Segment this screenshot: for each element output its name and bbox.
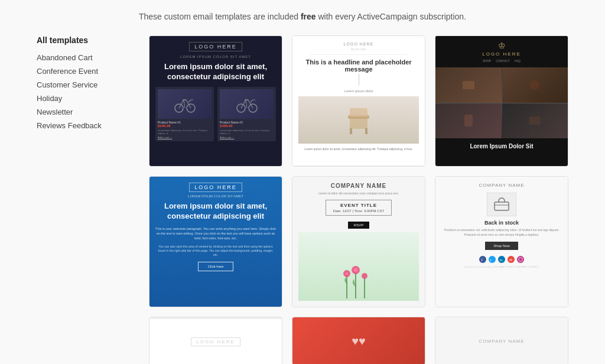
template-preview-4: LOGO HERE LOREM IPSUM COLOR SIT AMET Lor… xyxy=(149,177,282,307)
tpl-6-content: COMPANY NAME Back in stock Tincidunt ut … xyxy=(435,177,568,307)
tpl-2-content: LOGO HERE By our logo This is a headline… xyxy=(292,36,425,166)
tpl2-divider xyxy=(310,54,406,55)
sidebar-item-newsletter[interactable]: Newsletter xyxy=(37,105,131,119)
tpl-4-content: LOGO HERE LOREM IPSUM COLOR SIT AMET Lor… xyxy=(149,177,282,307)
sidebar-item-customer-service[interactable]: Customer Service xyxy=(37,78,131,92)
tpl3-cell2 xyxy=(502,67,568,103)
tpl6-social-row: f t in ✉ xyxy=(479,256,524,263)
header-description: These custom email templates are include… xyxy=(139,12,466,21)
tpl-1-content: LOGO HERE LOREM IPSUM COLOR SIT AMET Lor… xyxy=(149,36,282,166)
tpl4-headline: Lorem ipsum dolor sit amet, consectetur … xyxy=(155,202,276,222)
template-card-newsletter-blue[interactable]: LOGO HERE LOREM IPSUM COLOR SIT AMET Lor… xyxy=(149,176,282,307)
tpl2-logo: LOGO HERE xyxy=(344,42,374,46)
tpl6-shop-button[interactable]: Shop Now xyxy=(485,242,518,250)
tpl3-fashion-img xyxy=(435,67,568,138)
svg-text:in: in xyxy=(500,258,503,262)
svg-text:f: f xyxy=(482,258,483,262)
tpl3-nav-contact: CONTACT xyxy=(496,59,510,63)
svg-rect-9 xyxy=(463,81,474,89)
svg-rect-8 xyxy=(365,128,367,134)
tpl2-chair-img xyxy=(298,96,419,144)
bottom3-company: COMPANY NAME xyxy=(479,339,524,344)
template-card-bottom-2[interactable]: ♥♥ xyxy=(292,317,425,364)
tpl5-rsvp-button[interactable]: RSVP xyxy=(348,222,369,229)
tpl1-product2: Product Name #2 $399.99 consectetur adip… xyxy=(217,87,276,141)
svg-rect-29 xyxy=(519,258,522,261)
template-preview-bottom-1: LOGO HERE xyxy=(149,317,282,364)
template-card-abandoned-cart[interactable]: LOGO HERE LOREM IPSUM COLOR SIT AMET Lor… xyxy=(149,35,282,167)
sidebar-item-conference-event[interactable]: Conference Event xyxy=(37,64,131,78)
svg-rect-11 xyxy=(464,115,473,126)
bottom1-logo: LOGO HERE xyxy=(191,337,240,346)
linkedin-icon: in xyxy=(498,256,505,263)
tpl4-logo: LOGO HERE xyxy=(189,183,242,192)
template-preview-bottom-3: COMPANY NAME xyxy=(435,317,568,364)
tpl5-company: COMPANY NAME xyxy=(331,183,386,189)
sidebar-item-reviews-feedback[interactable]: Reviews Feedback xyxy=(37,119,131,132)
tpl5-event-box: EVENT TITLE Date: 12/27 | Time: 3:00PM C… xyxy=(326,200,392,216)
tpl3-cell4 xyxy=(502,103,568,139)
shopping-bag-icon xyxy=(493,197,510,212)
tpl3-nav: SHOP CONTACT FAQ xyxy=(483,59,521,63)
tpl1-bike1-img xyxy=(158,89,212,119)
svg-point-18 xyxy=(346,272,348,275)
tpl3-nav-faq: FAQ xyxy=(515,59,521,63)
tpl3-brand-icon: ♔ xyxy=(498,41,506,50)
instagram-icon xyxy=(517,256,524,263)
tpl3-nav-shop: SHOP xyxy=(483,59,491,63)
template-card-bottom-1[interactable]: LOGO HERE xyxy=(149,317,282,364)
tpl2-headline: This is a headline and placeholder messa… xyxy=(298,58,419,73)
svg-text:✉: ✉ xyxy=(509,258,512,262)
sidebar-item-abandoned-cart[interactable]: Abandoned Cart xyxy=(37,51,131,64)
template-card-newsletter[interactable]: LOGO HERE By our logo This is a headline… xyxy=(292,35,425,167)
template-card-back-in-stock[interactable]: COMPANY NAME Back in stock Tincidunt ut … xyxy=(435,176,568,307)
templates-grid: LOGO HERE LOREM IPSUM COLOR SIT AMET Lor… xyxy=(149,35,568,364)
tpl1-product2-price: $399.99 xyxy=(220,124,274,128)
template-preview-3: ♔ LOGO HERE SHOP CONTACT FAQ xyxy=(435,36,568,166)
tpl4-cta-button[interactable]: Click here xyxy=(198,262,234,271)
tpl-3-content: ♔ LOGO HERE SHOP CONTACT FAQ xyxy=(435,36,568,166)
email-icon: ✉ xyxy=(508,256,515,263)
template-preview-2: LOGO HERE By our logo This is a headline… xyxy=(292,36,425,166)
sidebar: All templates Abandoned Cart Conference … xyxy=(37,35,131,364)
tpl1-product1: Product Name #1 $299.99 consectetur adip… xyxy=(155,87,214,141)
template-preview-1: LOGO HERE LOREM IPSUM COLOR SIT AMET Lor… xyxy=(149,36,282,166)
tpl6-product-icon xyxy=(487,193,516,216)
page-wrapper: These custom email templates are include… xyxy=(0,0,605,364)
tpl2-tagline: By our logo xyxy=(351,47,366,51)
tpl1-product2-desc: consectetur adipiscing, d mus ac sem. Tr… xyxy=(220,129,274,135)
tpl1-add2-btn[interactable]: Add to cart → xyxy=(220,136,274,139)
tpl4-sub: LOREM IPSUM COLOR SIT AMET xyxy=(188,194,243,198)
tpl-bottom-1-content: LOGO HERE xyxy=(149,317,282,364)
svg-point-23 xyxy=(363,274,366,278)
bottom2-icon: ♥♥ xyxy=(352,334,366,348)
svg-point-21 xyxy=(354,268,357,272)
svg-text:t: t xyxy=(490,258,492,262)
template-card-fashion[interactable]: ♔ LOGO HERE SHOP CONTACT FAQ xyxy=(435,35,568,167)
svg-rect-6 xyxy=(350,108,367,117)
tpl1-product1-price: $299.99 xyxy=(158,124,212,128)
tpl5-event-title: EVENT TITLE xyxy=(333,203,385,208)
template-preview-5: COMPANY NAME Lorem sit dolor elit consec… xyxy=(292,177,425,307)
tpl6-company: COMPANY NAME xyxy=(479,183,524,188)
tpl3-cell1 xyxy=(435,67,502,103)
sidebar-item-holiday[interactable]: Holiday xyxy=(37,92,131,105)
sidebar-title: All templates xyxy=(37,35,131,45)
tpl3-caption: Lorem Ipsum Dolor Sit xyxy=(465,138,538,154)
tpl-5-content: COMPANY NAME Lorem sit dolor elit consec… xyxy=(292,177,425,307)
template-card-conference[interactable]: COMPANY NAME Lorem sit dolor elit consec… xyxy=(292,176,425,307)
facebook-icon: f xyxy=(479,256,486,263)
tpl2-divider2 xyxy=(359,74,359,86)
flowers-decoration-icon xyxy=(335,263,382,298)
tpl-bottom-3-content: COMPANY NAME xyxy=(435,317,568,364)
main-content: All templates Abandoned Cart Conference … xyxy=(25,35,580,364)
tpl-bottom-2-content: ♥♥ xyxy=(292,317,425,364)
tpl6-footer: Click here to unsubscribe | 1234 MAIN ST… xyxy=(464,265,539,268)
tpl3-fashion-grid xyxy=(435,67,568,138)
tpl1-add1-btn[interactable]: Add to cart → xyxy=(158,136,212,139)
tpl2-lorem: Lorem ipsum dolor xyxy=(344,89,373,93)
tpl1-headline: Lorem ipsum dolor sit amet, consectetur … xyxy=(155,62,276,82)
tpl5-tagline: Lorem sit dolor elit consectetur nunc vo… xyxy=(318,191,399,195)
template-card-bottom-3[interactable]: COMPANY NAME xyxy=(435,317,568,364)
tpl4-body2: You can also style this area of content … xyxy=(155,245,276,257)
